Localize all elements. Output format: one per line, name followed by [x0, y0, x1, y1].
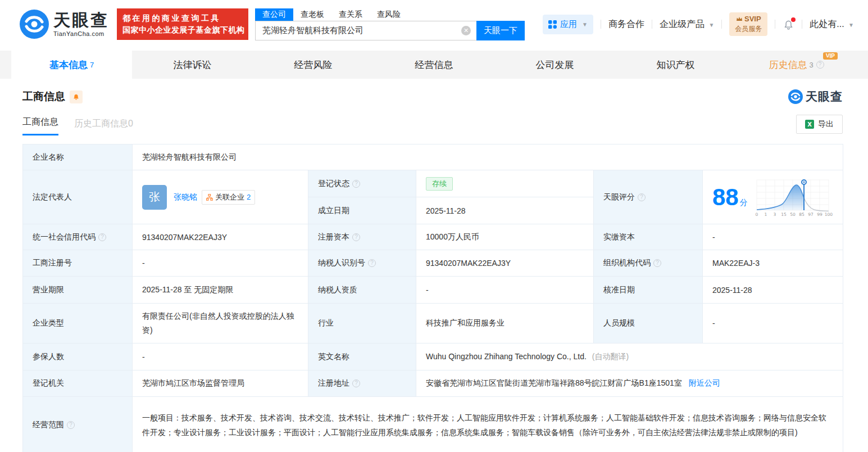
help-icon[interactable]: ? — [98, 233, 106, 241]
tianyancha-logo-icon — [20, 10, 49, 39]
field-value-taxpayer-id: 91340207MAK22EAJ3Y — [416, 250, 594, 277]
field-label-legal-rep: 法定代表人 — [23, 170, 133, 224]
auto-translate-note: (自动翻译) — [592, 352, 629, 361]
svip-label-bottom: 会员服务 — [735, 25, 762, 33]
notification-bell-button[interactable] — [783, 19, 794, 30]
tab-operating-risk[interactable]: 经营风险 — [253, 51, 374, 79]
subtab-business-registration[interactable]: 工商信息 — [22, 116, 58, 135]
field-value-reg-address: 安徽省芜湖市鸠江区官陡街道芜湖市瑞祥路88号皖江财富广场B1座1501室 附近公… — [416, 370, 843, 397]
enterprise-products-label: 企业级产品 — [660, 19, 705, 29]
related-companies-label: 关联企业 — [215, 192, 244, 202]
svg-text:50: 50 — [790, 212, 796, 217]
divider — [775, 20, 775, 29]
watermark-logo: 天眼查 — [788, 89, 843, 105]
field-value-company-name: 芜湖轻舟智航科技有限公司 — [133, 144, 843, 170]
score-distribution-chart: 0 1 3 15 50 85 97 99 100 — [755, 178, 833, 217]
divider — [601, 20, 601, 29]
org-chart-icon — [206, 194, 213, 201]
field-value-credit-code: 91340207MAK22EAJ3Y — [133, 224, 308, 250]
apps-menu[interactable]: 应用 ▼ — [543, 15, 593, 34]
status-badge: 存续 — [426, 177, 453, 191]
field-label-staff-size: 人员规模 — [594, 304, 703, 343]
search-input[interactable] — [255, 21, 476, 40]
table-row: 登记机关 芜湖市鸠江区市场监督管理局 注册地址? 安徽省芜湖市鸠江区官陡街道芜湖… — [23, 370, 843, 397]
help-icon[interactable]: ? — [352, 233, 360, 241]
clear-search-icon[interactable]: ✕ — [461, 26, 471, 35]
tab-label: 知识产权 — [657, 58, 695, 71]
tianyancha-logo-icon — [788, 89, 803, 104]
svg-text:99: 99 — [817, 212, 822, 217]
svg-text:97: 97 — [808, 212, 814, 217]
related-companies-badge[interactable]: 关联企业 2 — [202, 190, 255, 205]
help-icon[interactable]: ? — [67, 421, 75, 429]
field-label-reg-authority: 登记机关 — [23, 370, 133, 397]
svip-member-button[interactable]: SVIP 会员服务 — [729, 12, 767, 36]
legal-rep-name-link[interactable]: 张晓铭 — [174, 192, 197, 202]
field-value-establish-date: 2025-11-28 — [416, 197, 594, 224]
sub-tabs-row: 工商信息 历史工商信息0 X 导出 — [22, 117, 843, 135]
tab-intellectual-property[interactable]: 知识产权 — [615, 51, 736, 79]
search-tab-company[interactable]: 查公司 — [255, 8, 293, 21]
address-text: 安徽省芜湖市鸠江区官陡街道芜湖市瑞祥路88号皖江财富广场B1座1501室 — [426, 378, 682, 387]
apps-grid-icon — [548, 20, 557, 29]
svg-text:3: 3 — [773, 212, 776, 217]
field-value-industry: 科技推广和应用服务业 — [416, 304, 594, 343]
svg-text:85: 85 — [799, 212, 805, 217]
field-value-approval-date: 2025-11-28 — [703, 277, 843, 304]
excel-icon: X — [805, 120, 814, 129]
divider — [721, 20, 722, 29]
legal-rep-avatar[interactable]: 张 — [142, 185, 167, 210]
field-label-insured-count: 参保人数 — [23, 343, 133, 370]
help-icon[interactable]: ? — [653, 259, 661, 267]
field-label-english-name: 英文名称 — [308, 343, 416, 370]
field-value-reg-capital: 10000万人民币 — [416, 224, 594, 250]
chevron-down-icon: ▼ — [708, 22, 714, 28]
watermark-logo-text: 天眼查 — [806, 89, 843, 105]
related-companies-count: 2 — [247, 193, 251, 201]
field-value-company-type: 有限责任公司(非自然人投资或控股的法人独资) — [133, 304, 308, 343]
search-button[interactable]: 天眼一下 — [476, 21, 525, 40]
field-label-reg-capital: 注册资本? — [308, 224, 416, 250]
field-label-business-term: 营业期限 — [23, 277, 133, 304]
subtab-history-registration[interactable]: 历史工商信息0 — [74, 118, 133, 135]
search-tab-relation[interactable]: 查关系 — [331, 8, 370, 21]
tab-basic-info[interactable]: 基本信息 7 — [11, 51, 132, 79]
monitor-bell-button[interactable] — [70, 91, 83, 103]
tab-business-info[interactable]: 经营信息 — [374, 51, 494, 79]
search-tab-risk[interactable]: 查风险 — [370, 8, 408, 21]
notification-dot — [791, 17, 796, 22]
help-icon[interactable]: ? — [368, 259, 376, 267]
tab-label: 历史信息 — [769, 58, 807, 71]
search-tabs: 查公司 查老板 查关系 查风险 — [255, 8, 525, 21]
help-icon[interactable]: ? — [352, 379, 360, 387]
field-value-reg-status: 存续 — [416, 170, 594, 197]
tab-label: 基本信息 — [49, 58, 88, 71]
business-cooperation-link[interactable]: 商务合作 — [608, 19, 644, 30]
chevron-down-icon: ▼ — [848, 22, 854, 28]
company-tabbar: 基本信息 7 法律诉讼 经营风险 经营信息 公司发展 知识产权 VIP 历史信息… — [0, 51, 868, 79]
help-icon[interactable]: ? — [352, 180, 360, 188]
business-info-table: 企业名称 芜湖轻舟智航科技有限公司 法定代表人 张 张晓铭 关 — [22, 144, 843, 452]
table-row: 参保人数 - 英文名称 Wuhu Qingzhou Zhihang Techno… — [23, 343, 843, 370]
tab-history-info[interactable]: VIP 历史信息 3 ? — [736, 51, 857, 79]
help-icon[interactable]: ? — [638, 193, 646, 201]
svg-text:100: 100 — [825, 212, 833, 217]
tianyancha-logo[interactable]: 天眼查 TianYanCha.com — [20, 10, 109, 39]
help-icon[interactable]: ? — [816, 61, 824, 69]
user-account-menu[interactable]: 此处有... ▼ — [810, 19, 854, 30]
nearby-companies-link[interactable]: 附近公司 — [689, 378, 720, 387]
table-row: 营业期限 2025-11-28 至 无固定期限 纳税人资质 - 核准日期 202… — [23, 277, 843, 304]
enterprise-products-menu[interactable]: 企业级产品 ▼ — [660, 19, 714, 30]
tab-count: 3 — [809, 61, 813, 69]
svip-label-top: SVIP — [744, 15, 761, 23]
search-tab-boss[interactable]: 查老板 — [293, 8, 331, 21]
tab-company-development[interactable]: 公司发展 — [494, 51, 615, 79]
field-value-tyc-score: 88分 — [703, 170, 843, 224]
table-row: 统一社会信用代码? 91340207MAK22EAJ3Y 注册资本? 10000… — [23, 224, 843, 250]
username: 此处有... — [810, 19, 844, 29]
tab-legal-litigation[interactable]: 法律诉讼 — [132, 51, 253, 79]
field-label-industry: 行业 — [308, 304, 416, 343]
header-nav: 应用 ▼ 商务合作 企业级产品 ▼ SVIP 会员服务 — [543, 12, 854, 36]
field-label-company-name: 企业名称 — [23, 144, 133, 170]
export-button[interactable]: X 导出 — [796, 115, 843, 134]
